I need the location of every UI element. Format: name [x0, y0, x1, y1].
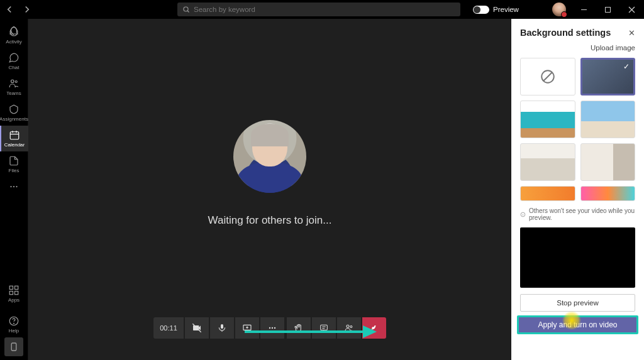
- panel-title: Background settings: [520, 28, 611, 38]
- svg-rect-17: [9, 292, 13, 295]
- rail-label: Activity: [6, 39, 21, 45]
- rail-label: Apps: [8, 297, 19, 303]
- rail-download[interactable]: [4, 337, 23, 356]
- back-button[interactable]: [4, 4, 15, 15]
- svg-rect-16: [15, 286, 18, 289]
- rail-teams[interactable]: Teams: [0, 74, 28, 100]
- svg-point-0: [184, 7, 188, 11]
- upload-image-link[interactable]: Upload image: [511, 44, 644, 58]
- rail-label: Teams: [6, 90, 21, 96]
- hangup-button[interactable]: [362, 317, 386, 339]
- svg-point-27: [272, 327, 273, 329]
- raise-hand-button[interactable]: [287, 317, 311, 339]
- svg-line-1: [187, 11, 189, 12]
- check-icon: ✓: [623, 62, 630, 71]
- svg-point-12: [10, 186, 11, 187]
- search-icon: [182, 6, 190, 13]
- maximize-button[interactable]: [599, 2, 616, 17]
- stop-preview-button[interactable]: Stop preview: [520, 294, 635, 312]
- rail-label: Calendar: [4, 142, 25, 148]
- forward-button[interactable]: [21, 4, 33, 15]
- search-box[interactable]: [177, 3, 460, 16]
- search-input[interactable]: [194, 6, 455, 13]
- svg-point-20: [14, 323, 14, 324]
- rail-label: Chat: [9, 65, 19, 70]
- svg-rect-21: [11, 343, 16, 351]
- bg-option-image[interactable]: [580, 186, 636, 201]
- svg-point-28: [274, 327, 275, 329]
- bg-option-blur[interactable]: ✓: [580, 58, 636, 95]
- svg-point-7: [15, 81, 17, 83]
- bg-option-none[interactable]: [520, 58, 575, 95]
- svg-point-13: [13, 186, 14, 187]
- preview-toggle[interactable]: [473, 6, 489, 14]
- svg-point-14: [16, 186, 17, 187]
- svg-line-37: [543, 72, 552, 81]
- bg-option-image[interactable]: [580, 101, 636, 138]
- bg-option-image[interactable]: [520, 143, 575, 181]
- camera-toggle[interactable]: [185, 317, 209, 339]
- rail-label: Assignments: [0, 116, 28, 122]
- svg-rect-8: [10, 132, 19, 139]
- svg-rect-3: [605, 7, 610, 12]
- svg-rect-18: [15, 292, 18, 295]
- presence-badge: [561, 11, 567, 18]
- rail-more[interactable]: [0, 177, 28, 196]
- waiting-text: Waiting for others to join...: [208, 214, 332, 227]
- rail-apps[interactable]: Apps: [0, 281, 28, 307]
- preview-toggle-label: Preview: [493, 6, 519, 13]
- user-avatar[interactable]: [552, 3, 566, 16]
- rail-chat[interactable]: Chat: [0, 48, 28, 74]
- panel-close-button[interactable]: ✕: [628, 28, 635, 38]
- svg-point-6: [11, 80, 14, 83]
- more-actions-button[interactable]: [260, 317, 284, 339]
- svg-point-33: [350, 325, 352, 327]
- call-controls: 00:11: [153, 317, 386, 339]
- svg-rect-29: [321, 325, 328, 330]
- participants-button[interactable]: [337, 317, 361, 339]
- call-timer: 00:11: [153, 317, 184, 339]
- rail-assignments[interactable]: Assignments: [0, 100, 28, 126]
- chat-button[interactable]: [312, 317, 336, 339]
- participant-avatar: [233, 120, 306, 193]
- preview-note: Others won't see your video while you pr…: [511, 201, 644, 225]
- close-window-button[interactable]: [623, 2, 640, 17]
- share-screen-button[interactable]: [235, 317, 259, 339]
- apply-video-button[interactable]: Apply and turn on video: [517, 315, 638, 334]
- rail-help[interactable]: Help: [0, 312, 28, 337]
- rail-label: Files: [9, 168, 19, 173]
- minimize-button[interactable]: [575, 2, 592, 17]
- bg-option-image[interactable]: [520, 101, 575, 138]
- rail-activity[interactable]: Activity: [0, 23, 28, 48]
- rail-files[interactable]: Files: [0, 151, 28, 177]
- rail-calendar[interactable]: Calendar: [0, 126, 28, 151]
- rail-label: Help: [9, 328, 19, 334]
- svg-point-32: [347, 325, 349, 327]
- svg-point-26: [269, 327, 270, 329]
- video-preview: [520, 227, 635, 288]
- bg-option-image[interactable]: [580, 143, 636, 181]
- mic-toggle[interactable]: [210, 317, 234, 339]
- bg-option-image[interactable]: [520, 186, 575, 201]
- svg-rect-15: [9, 286, 13, 289]
